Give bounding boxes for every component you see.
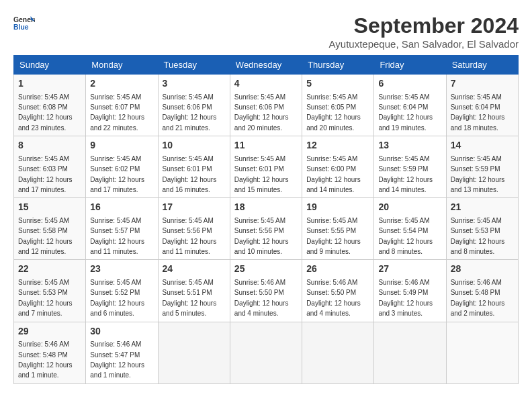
day-cell-15: 15Sunrise: 5:45 AMSunset: 5:58 PMDayligh… <box>14 198 86 260</box>
day-info: Sunrise: 5:45 AMSunset: 5:58 PMDaylight:… <box>18 217 73 255</box>
day-info: Sunrise: 5:45 AMSunset: 5:53 PMDaylight:… <box>451 217 505 255</box>
day-number: 25 <box>234 263 298 276</box>
day-info: Sunrise: 5:45 AMSunset: 6:03 PMDaylight:… <box>18 155 73 193</box>
day-info: Sunrise: 5:45 AMSunset: 6:04 PMDaylight:… <box>451 93 505 132</box>
day-info: Sunrise: 5:45 AMSunset: 6:06 PMDaylight:… <box>163 93 217 132</box>
day-number: 28 <box>451 263 514 276</box>
day-info: Sunrise: 5:45 AMSunset: 6:04 PMDaylight:… <box>378 93 433 132</box>
day-info: Sunrise: 5:45 AMSunset: 5:52 PMDaylight:… <box>90 279 144 317</box>
header-wednesday: Wednesday <box>230 56 302 75</box>
day-cell-28: 28Sunrise: 5:46 AMSunset: 5:48 PMDayligh… <box>446 260 518 322</box>
day-number: 16 <box>90 201 153 214</box>
day-number: 8 <box>18 139 81 152</box>
month-title: September 2024 <box>329 13 519 38</box>
logo-icon: General Blue <box>13 13 35 32</box>
day-cell-2: 2Sunrise: 5:45 AMSunset: 6:07 PMDaylight… <box>86 75 158 136</box>
day-cell-1: 1Sunrise: 5:45 AMSunset: 6:08 PMDaylight… <box>14 75 86 136</box>
page-header: General Blue September 2024 Ayutuxtepequ… <box>13 13 519 50</box>
day-cell-24: 24Sunrise: 5:45 AMSunset: 5:51 PMDayligh… <box>158 260 230 322</box>
day-cell-18: 18Sunrise: 5:45 AMSunset: 5:56 PMDayligh… <box>230 198 302 260</box>
day-number: 4 <box>234 77 298 91</box>
day-cell-empty-4-5 <box>374 322 446 383</box>
day-info: Sunrise: 5:45 AMSunset: 6:00 PMDaylight:… <box>306 155 361 193</box>
calendar-table: SundayMondayTuesdayWednesdayThursdayFrid… <box>13 55 519 384</box>
day-info: Sunrise: 5:45 AMSunset: 5:54 PMDaylight:… <box>378 217 433 255</box>
day-number: 14 <box>451 139 514 152</box>
day-cell-23: 23Sunrise: 5:45 AMSunset: 5:52 PMDayligh… <box>86 260 158 322</box>
day-info: Sunrise: 5:45 AMSunset: 6:01 PMDaylight:… <box>163 155 217 193</box>
week-row-1: 1Sunrise: 5:45 AMSunset: 6:08 PMDaylight… <box>14 75 519 136</box>
day-info: Sunrise: 5:45 AMSunset: 6:01 PMDaylight:… <box>234 155 289 193</box>
logo: General Blue <box>13 13 35 32</box>
day-info: Sunrise: 5:45 AMSunset: 6:06 PMDaylight:… <box>234 93 289 132</box>
day-cell-26: 26Sunrise: 5:46 AMSunset: 5:50 PMDayligh… <box>302 260 374 322</box>
day-cell-14: 14Sunrise: 5:45 AMSunset: 5:59 PMDayligh… <box>446 136 518 198</box>
location: Ayutuxtepeque, San Salvador, El Salvador <box>329 38 519 50</box>
day-info: Sunrise: 5:45 AMSunset: 5:56 PMDaylight:… <box>234 217 289 255</box>
day-info: Sunrise: 5:45 AMSunset: 6:05 PMDaylight:… <box>306 93 361 132</box>
day-cell-10: 10Sunrise: 5:45 AMSunset: 6:01 PMDayligh… <box>158 136 230 198</box>
day-cell-9: 9Sunrise: 5:45 AMSunset: 6:02 PMDaylight… <box>86 136 158 198</box>
day-cell-4: 4Sunrise: 5:45 AMSunset: 6:06 PMDaylight… <box>230 75 302 136</box>
day-cell-12: 12Sunrise: 5:45 AMSunset: 6:00 PMDayligh… <box>302 136 374 198</box>
day-cell-22: 22Sunrise: 5:45 AMSunset: 5:53 PMDayligh… <box>14 260 86 322</box>
day-number: 7 <box>451 77 514 91</box>
day-cell-empty-4-2 <box>158 322 230 383</box>
day-cell-30: 30Sunrise: 5:46 AMSunset: 5:47 PMDayligh… <box>86 322 158 383</box>
day-cell-16: 16Sunrise: 5:45 AMSunset: 5:57 PMDayligh… <box>86 198 158 260</box>
day-number: 21 <box>451 201 514 214</box>
day-cell-7: 7Sunrise: 5:45 AMSunset: 6:04 PMDaylight… <box>446 75 518 136</box>
day-info: Sunrise: 5:45 AMSunset: 5:56 PMDaylight:… <box>163 217 217 255</box>
day-info: Sunrise: 5:45 AMSunset: 5:59 PMDaylight:… <box>451 155 505 193</box>
day-number: 20 <box>378 201 441 214</box>
day-cell-27: 27Sunrise: 5:46 AMSunset: 5:49 PMDayligh… <box>374 260 446 322</box>
day-info: Sunrise: 5:46 AMSunset: 5:47 PMDaylight:… <box>90 340 144 379</box>
day-number: 17 <box>163 201 226 214</box>
day-info: Sunrise: 5:46 AMSunset: 5:49 PMDaylight:… <box>378 279 433 317</box>
day-number: 29 <box>18 325 81 338</box>
day-cell-17: 17Sunrise: 5:45 AMSunset: 5:56 PMDayligh… <box>158 198 230 260</box>
day-number: 11 <box>234 139 298 152</box>
day-info: Sunrise: 5:45 AMSunset: 5:59 PMDaylight:… <box>378 155 433 193</box>
day-cell-8: 8Sunrise: 5:45 AMSunset: 6:03 PMDaylight… <box>14 136 86 198</box>
day-number: 3 <box>163 77 226 91</box>
day-cell-11: 11Sunrise: 5:45 AMSunset: 6:01 PMDayligh… <box>230 136 302 198</box>
day-cell-5: 5Sunrise: 5:45 AMSunset: 6:05 PMDaylight… <box>302 75 374 136</box>
day-number: 10 <box>163 139 226 152</box>
day-cell-25: 25Sunrise: 5:46 AMSunset: 5:50 PMDayligh… <box>230 260 302 322</box>
day-cell-21: 21Sunrise: 5:45 AMSunset: 5:53 PMDayligh… <box>446 198 518 260</box>
day-info: Sunrise: 5:45 AMSunset: 5:55 PMDaylight:… <box>306 217 361 255</box>
header-thursday: Thursday <box>302 56 374 75</box>
day-number: 19 <box>306 201 369 214</box>
week-row-3: 15Sunrise: 5:45 AMSunset: 5:58 PMDayligh… <box>14 198 519 260</box>
day-number: 18 <box>234 201 298 214</box>
day-info: Sunrise: 5:45 AMSunset: 5:51 PMDaylight:… <box>163 279 217 317</box>
week-row-4: 22Sunrise: 5:45 AMSunset: 5:53 PMDayligh… <box>14 260 519 322</box>
day-cell-13: 13Sunrise: 5:45 AMSunset: 5:59 PMDayligh… <box>374 136 446 198</box>
day-number: 2 <box>90 77 153 91</box>
day-info: Sunrise: 5:46 AMSunset: 5:50 PMDaylight:… <box>234 279 289 317</box>
day-number: 24 <box>163 263 226 276</box>
header-saturday: Saturday <box>446 56 518 75</box>
day-info: Sunrise: 5:45 AMSunset: 6:08 PMDaylight:… <box>18 93 73 132</box>
header-monday: Monday <box>86 56 158 75</box>
day-cell-29: 29Sunrise: 5:46 AMSunset: 5:48 PMDayligh… <box>14 322 86 383</box>
header-friday: Friday <box>374 56 446 75</box>
week-row-5: 29Sunrise: 5:46 AMSunset: 5:48 PMDayligh… <box>14 322 519 383</box>
day-cell-empty-4-6 <box>446 322 518 383</box>
day-cell-empty-4-3 <box>230 322 302 383</box>
day-number: 22 <box>18 263 81 276</box>
day-number: 5 <box>306 77 369 91</box>
header-sunday: Sunday <box>14 56 86 75</box>
header-tuesday: Tuesday <box>158 56 230 75</box>
day-number: 13 <box>378 139 441 152</box>
day-number: 27 <box>378 263 441 276</box>
calendar-header-row: SundayMondayTuesdayWednesdayThursdayFrid… <box>14 56 519 75</box>
day-number: 30 <box>90 325 153 338</box>
day-number: 1 <box>18 77 81 91</box>
day-info: Sunrise: 5:46 AMSunset: 5:50 PMDaylight:… <box>306 279 361 317</box>
day-cell-3: 3Sunrise: 5:45 AMSunset: 6:06 PMDaylight… <box>158 75 230 136</box>
day-number: 15 <box>18 201 81 214</box>
day-number: 23 <box>90 263 153 276</box>
day-number: 6 <box>378 77 441 91</box>
